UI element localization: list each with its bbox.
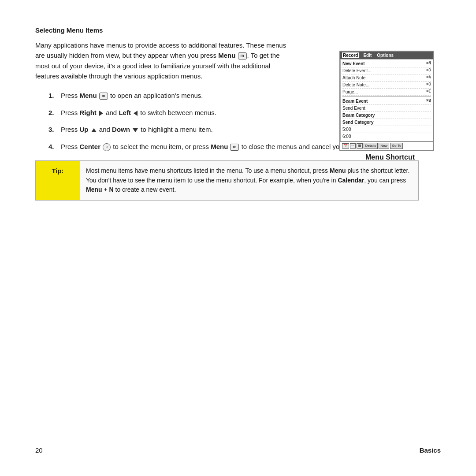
screen-row-attach-note: Attach Note ⌘A <box>342 74 431 82</box>
footer-btn-goto[interactable]: Go To <box>390 143 403 149</box>
screen-row-purge: Purge... ⌘E <box>342 89 431 96</box>
step-4-bold-center: Center <box>80 143 101 150</box>
row-shortcut: ⌘A <box>426 75 431 81</box>
screen-row-beam-cat: Beam Category <box>342 112 431 119</box>
screen-menubar: Record Edit Options <box>340 52 433 59</box>
footer-btn-new[interactable]: New <box>379 143 389 149</box>
row-label: Purge... <box>342 89 358 95</box>
step-4-number: 4. <box>48 142 61 152</box>
row-label: Beam Event <box>342 98 368 104</box>
screen-row-delete-event: Delete Event... ⌘D <box>342 67 431 74</box>
row-label: 5:00 <box>342 126 351 132</box>
bold-menu-word: Menu <box>218 52 235 59</box>
row-shortcut: ⌘E <box>426 89 431 95</box>
tip-label: Tip: <box>36 161 80 200</box>
screen-row-send-event: Send Event <box>342 105 431 112</box>
screen-divider <box>342 97 431 97</box>
row-label: New Event <box>342 61 365 67</box>
row-shortcut: ⌘O <box>426 82 431 88</box>
step-1-number: 1. <box>48 91 61 101</box>
menu-item-record: Record <box>342 52 359 58</box>
menu-icon-step4: m <box>230 144 239 151</box>
row-label: Attach Note <box>342 75 365 81</box>
tip-content: Most menu items have menu shortcuts list… <box>80 161 418 200</box>
page-number: 20 <box>35 446 43 454</box>
right-arrow-icon <box>99 111 103 116</box>
row-label: Delete Note... <box>342 82 369 88</box>
step-2-bold-left: Left <box>119 109 131 116</box>
tip-bold-n: N <box>109 186 114 193</box>
screen-body: New Event ⌘N Delete Event... ⌘D Attach N… <box>340 59 433 141</box>
screen-row-500: 5:00 <box>342 126 431 133</box>
center-icon: ○ <box>103 143 111 151</box>
footer-icon-grid: ▦ <box>357 143 363 149</box>
chapter-name: Basics <box>420 446 441 454</box>
tip-box: Tip: Most menu items have menu shortcuts… <box>35 160 419 201</box>
screen-row-beam-event: Beam Event ⌘B <box>342 98 431 105</box>
menu-icon-step1: m <box>99 93 108 100</box>
screen-row-send-cat: Send Category <box>342 119 431 126</box>
tip-label-text: Tip: <box>52 167 63 175</box>
menu-item-edit: Edit <box>362 52 372 58</box>
screen-row-new-event: New Event ⌘N <box>342 60 431 67</box>
step-2-bold-right: Right <box>80 109 97 116</box>
tip-bold-menu: Menu <box>330 167 346 174</box>
device-screenshot-area: Record Edit Options New Event ⌘N Delete … <box>339 51 441 161</box>
menu-item-options: Options <box>376 52 394 58</box>
screen-row-delete-note: Delete Note... ⌘O <box>342 82 431 89</box>
row-label: Delete Event... <box>342 68 372 74</box>
left-arrow-icon <box>134 111 138 116</box>
intro-paragraph: Many applications have menus to provide … <box>35 40 295 81</box>
step-1-bold-menu: Menu <box>80 92 97 99</box>
section-title: Selecting Menu Items <box>35 26 441 34</box>
footer-btn-details[interactable]: Details <box>364 143 378 149</box>
footer-icon-dots: ··· <box>350 143 356 149</box>
step-4-bold-menu: Menu <box>211 143 228 150</box>
up-arrow-icon <box>91 128 97 132</box>
menu-shortcut-label: Menu Shortcut <box>339 153 441 161</box>
footer-icon-cal: 📅 <box>342 143 349 149</box>
step-2-number: 2. <box>48 108 61 118</box>
step-3-bold-down: Down <box>112 126 130 133</box>
row-shortcut: ⌘D <box>426 68 431 74</box>
row-label: 6:00 <box>342 134 351 139</box>
row-label: Beam Category <box>342 112 375 118</box>
page-footer: 20 Basics <box>35 446 441 454</box>
tip-bold-menu2: Menu <box>86 186 102 193</box>
screen-footer: 📅 ··· ▦ Details New Go To <box>340 141 433 150</box>
page-content: Selecting Menu Items Many applications h… <box>0 0 476 218</box>
step-3-number: 3. <box>48 125 61 135</box>
down-arrow-icon <box>133 128 138 132</box>
tip-bold-calendar: Calendar <box>338 177 364 184</box>
step-3-bold-up: Up <box>80 126 89 133</box>
row-label: Send Event <box>342 105 365 111</box>
screen-row-600: 6:00 <box>342 133 431 140</box>
device-screen: Record Edit Options New Event ⌘N Delete … <box>339 51 434 151</box>
row-label: Send Category <box>342 119 374 125</box>
row-shortcut: ⌘N <box>426 61 431 67</box>
row-shortcut: ⌘B <box>426 98 431 104</box>
menu-icon-inline: m <box>238 52 247 60</box>
